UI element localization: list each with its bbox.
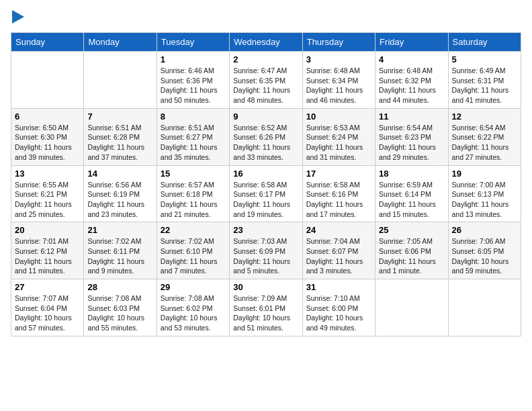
weekday-header-sunday: Sunday [11,33,84,52]
calendar-cell: 23Sunrise: 7:03 AMSunset: 6:09 PMDayligh… [230,222,302,279]
day-number: 16 [233,169,298,179]
weekday-header-monday: Monday [84,33,157,52]
calendar-cell: 3Sunrise: 6:48 AMSunset: 6:34 PMDaylight… [302,52,375,109]
calendar-cell: 28Sunrise: 7:08 AMSunset: 6:03 PMDayligh… [84,279,157,336]
logo-text [11,11,24,27]
day-number: 25 [379,225,444,235]
calendar-cell: 14Sunrise: 6:56 AMSunset: 6:19 PMDayligh… [84,165,157,222]
day-detail: Sunrise: 7:03 AMSunset: 6:09 PMDaylight:… [233,236,298,276]
day-detail: Sunrise: 6:52 AMSunset: 6:26 PMDaylight:… [233,123,298,163]
day-detail: Sunrise: 6:50 AMSunset: 6:30 PMDaylight:… [15,123,80,163]
day-detail: Sunrise: 7:06 AMSunset: 6:05 PMDaylight:… [452,236,517,276]
calendar-cell [375,279,448,336]
day-detail: Sunrise: 6:57 AMSunset: 6:18 PMDaylight:… [161,180,226,220]
day-number: 13 [15,169,80,179]
day-number: 11 [379,111,444,122]
day-number: 29 [161,282,226,292]
day-detail: Sunrise: 6:53 AMSunset: 6:24 PMDaylight:… [306,123,371,163]
calendar-cell [11,52,84,109]
day-detail: Sunrise: 6:51 AMSunset: 6:27 PMDaylight:… [161,123,226,163]
day-detail: Sunrise: 7:04 AMSunset: 6:07 PMDaylight:… [306,236,371,276]
day-detail: Sunrise: 6:46 AMSunset: 6:36 PMDaylight:… [161,66,226,105]
day-detail: Sunrise: 7:00 AMSunset: 6:13 PMDaylight:… [452,180,517,220]
calendar-cell: 29Sunrise: 7:08 AMSunset: 6:02 PMDayligh… [157,279,229,336]
day-number: 15 [161,169,226,179]
day-number: 3 [306,54,371,64]
calendar-cell: 6Sunrise: 6:50 AMSunset: 6:30 PMDaylight… [11,108,84,165]
calendar-cell: 15Sunrise: 6:57 AMSunset: 6:18 PMDayligh… [157,165,229,222]
day-detail: Sunrise: 6:56 AMSunset: 6:19 PMDaylight:… [87,180,152,220]
day-detail: Sunrise: 7:09 AMSunset: 6:01 PMDaylight:… [233,293,298,333]
day-number: 20 [15,225,80,235]
day-number: 10 [306,111,371,122]
logo-arrow-icon [12,10,24,24]
day-detail: Sunrise: 7:05 AMSunset: 6:06 PMDaylight:… [379,236,444,276]
day-detail: Sunrise: 6:54 AMSunset: 6:22 PMDaylight:… [452,123,517,163]
day-detail: Sunrise: 7:08 AMSunset: 6:03 PMDaylight:… [87,293,152,333]
day-detail: Sunrise: 6:49 AMSunset: 6:31 PMDaylight:… [452,66,517,105]
day-number: 18 [379,169,444,179]
day-detail: Sunrise: 7:07 AMSunset: 6:04 PMDaylight:… [15,293,80,333]
calendar-cell: 27Sunrise: 7:07 AMSunset: 6:04 PMDayligh… [11,279,84,336]
calendar-cell [84,52,157,109]
day-detail: Sunrise: 6:51 AMSunset: 6:28 PMDaylight:… [87,123,152,163]
calendar-cell [448,279,521,336]
calendar-cell: 12Sunrise: 6:54 AMSunset: 6:22 PMDayligh… [448,108,521,165]
day-detail: Sunrise: 7:02 AMSunset: 6:11 PMDaylight:… [87,236,152,276]
day-number: 26 [452,225,517,235]
day-detail: Sunrise: 7:01 AMSunset: 6:12 PMDaylight:… [15,236,80,276]
calendar-week-1: 1Sunrise: 6:46 AMSunset: 6:36 PMDaylight… [11,52,521,109]
day-detail: Sunrise: 7:10 AMSunset: 6:00 PMDaylight:… [306,293,371,333]
calendar-cell: 30Sunrise: 7:09 AMSunset: 6:01 PMDayligh… [230,279,302,336]
calendar-week-3: 13Sunrise: 6:55 AMSunset: 6:21 PMDayligh… [11,165,521,222]
calendar-week-4: 20Sunrise: 7:01 AMSunset: 6:12 PMDayligh… [11,222,521,279]
weekday-header-tuesday: Tuesday [157,33,229,52]
day-detail: Sunrise: 6:48 AMSunset: 6:34 PMDaylight:… [306,66,371,105]
calendar-cell: 10Sunrise: 6:53 AMSunset: 6:24 PMDayligh… [302,108,375,165]
day-number: 30 [233,282,298,292]
calendar-cell: 22Sunrise: 7:02 AMSunset: 6:10 PMDayligh… [157,222,229,279]
day-number: 27 [15,282,80,292]
day-detail: Sunrise: 6:58 AMSunset: 6:16 PMDaylight:… [306,180,371,220]
day-number: 7 [87,111,152,122]
day-detail: Sunrise: 6:54 AMSunset: 6:23 PMDaylight:… [379,123,444,163]
calendar-cell: 9Sunrise: 6:52 AMSunset: 6:26 PMDaylight… [230,108,302,165]
day-number: 24 [306,225,371,235]
day-number: 12 [452,111,517,122]
day-number: 22 [161,225,226,235]
calendar-cell: 25Sunrise: 7:05 AMSunset: 6:06 PMDayligh… [375,222,448,279]
weekday-header-wednesday: Wednesday [230,33,302,52]
calendar-cell: 5Sunrise: 6:49 AMSunset: 6:31 PMDaylight… [448,52,521,109]
weekday-header-thursday: Thursday [302,33,375,52]
calendar-cell: 20Sunrise: 7:01 AMSunset: 6:12 PMDayligh… [11,222,84,279]
day-number: 4 [379,54,444,64]
day-detail: Sunrise: 7:08 AMSunset: 6:02 PMDaylight:… [161,293,226,333]
page-header [11,11,521,27]
day-detail: Sunrise: 6:55 AMSunset: 6:21 PMDaylight:… [15,180,80,220]
calendar-cell: 18Sunrise: 6:59 AMSunset: 6:14 PMDayligh… [375,165,448,222]
weekday-header-friday: Friday [375,33,448,52]
day-number: 17 [306,169,371,179]
calendar-cell: 17Sunrise: 6:58 AMSunset: 6:16 PMDayligh… [302,165,375,222]
calendar-cell: 4Sunrise: 6:48 AMSunset: 6:32 PMDaylight… [375,52,448,109]
calendar-cell: 19Sunrise: 7:00 AMSunset: 6:13 PMDayligh… [448,165,521,222]
day-number: 31 [306,282,371,292]
day-number: 9 [233,111,298,122]
calendar-cell: 8Sunrise: 6:51 AMSunset: 6:27 PMDaylight… [157,108,229,165]
day-detail: Sunrise: 7:02 AMSunset: 6:10 PMDaylight:… [161,236,226,276]
day-detail: Sunrise: 6:48 AMSunset: 6:32 PMDaylight:… [379,66,444,105]
day-number: 14 [87,169,152,179]
day-number: 23 [233,225,298,235]
day-number: 2 [233,54,298,64]
calendar-week-5: 27Sunrise: 7:07 AMSunset: 6:04 PMDayligh… [11,279,521,336]
calendar-week-2: 6Sunrise: 6:50 AMSunset: 6:30 PMDaylight… [11,108,521,165]
day-number: 6 [15,111,80,122]
day-number: 28 [87,282,152,292]
calendar-cell: 26Sunrise: 7:06 AMSunset: 6:05 PMDayligh… [448,222,521,279]
calendar-cell: 7Sunrise: 6:51 AMSunset: 6:28 PMDaylight… [84,108,157,165]
day-number: 8 [161,111,226,122]
calendar-cell: 21Sunrise: 7:02 AMSunset: 6:11 PMDayligh… [84,222,157,279]
calendar-cell: 16Sunrise: 6:58 AMSunset: 6:17 PMDayligh… [230,165,302,222]
day-number: 5 [452,54,517,64]
calendar-cell: 2Sunrise: 6:47 AMSunset: 6:35 PMDaylight… [230,52,302,109]
